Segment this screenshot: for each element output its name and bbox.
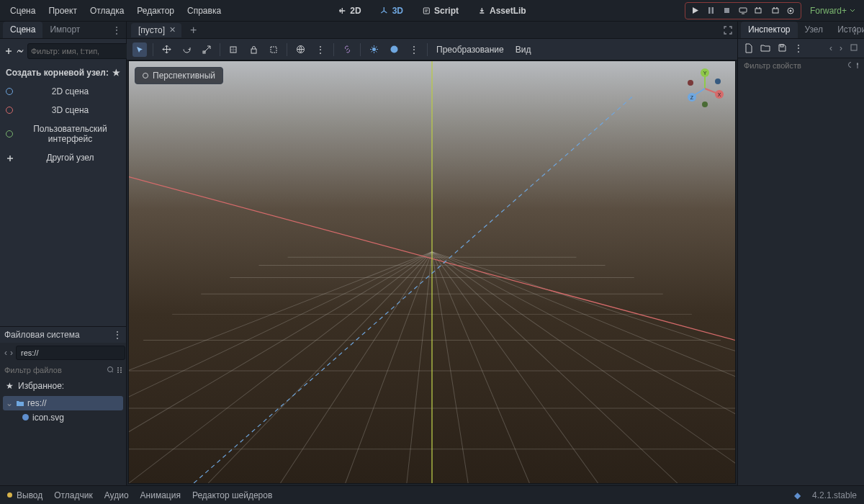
dock-menu-icon[interactable]: ⋮ — [112, 24, 122, 36]
bottom-panel: Вывод Отладчик Аудио Анимация Редактор ш… — [0, 485, 864, 504]
axis-gizmo[interactable]: Y X Z — [685, 68, 725, 109]
lock-selected[interactable] — [246, 42, 261, 57]
renderer-selector[interactable]: Forward+ — [806, 4, 860, 17]
menu-help[interactable]: Справка — [181, 3, 227, 19]
image-file-icon — [22, 413, 30, 421]
link-icon[interactable] — [340, 42, 354, 57]
menu-editor[interactable]: Редактор — [131, 3, 180, 19]
fs-file-icon-svg[interactable]: icon.svg — [3, 410, 123, 425]
sliders-icon[interactable] — [855, 61, 859, 70]
create-2d-scene[interactable]: 2D сцена — [0, 82, 126, 101]
animation-tab[interactable]: Анимация — [140, 490, 181, 500]
instance-scene-button[interactable] — [16, 45, 24, 58]
history-back[interactable]: ‹ — [829, 43, 832, 53]
env-toggle[interactable] — [387, 42, 401, 57]
play-button[interactable] — [688, 4, 703, 17]
svg-point-65 — [849, 63, 851, 68]
close-icon[interactable]: ✕ — [169, 25, 176, 35]
new-resource-icon[interactable] — [744, 43, 753, 53]
sun-env-menu[interactable]: ⋮ — [407, 42, 421, 57]
fs-path-input[interactable] — [16, 346, 125, 360]
snap-options[interactable] — [226, 42, 240, 57]
scale-tool[interactable] — [199, 42, 214, 57]
menu-project[interactable]: Проект — [42, 3, 83, 19]
transform-menu[interactable]: Преобразование — [433, 43, 507, 56]
nav-back-button[interactable]: ‹ — [4, 348, 7, 358]
fs-root-label: res:// — [27, 398, 47, 408]
save-resource-icon[interactable] — [778, 43, 787, 53]
sun-toggle[interactable] — [366, 42, 381, 57]
control-icon — [6, 130, 13, 138]
axes-3d-icon — [380, 6, 389, 15]
filesystem-title: Файловая система — [4, 330, 80, 340]
workspace-script[interactable]: Script — [418, 4, 463, 18]
plus-icon — [6, 154, 13, 161]
tab-node[interactable]: Узел — [798, 22, 831, 38]
favorite-icon[interactable]: ★ — [112, 68, 120, 78]
fs-filter-input[interactable] — [4, 366, 104, 374]
create-ui-scene[interactable]: Пользовательский интерфейс — [0, 120, 126, 148]
inspector-dock-tabs: Инспектор Узел История ⋮ — [738, 22, 864, 39]
audio-tab[interactable]: Аудио — [104, 490, 129, 500]
play-scene-button[interactable] — [752, 4, 766, 17]
run-remote-button[interactable] — [736, 4, 750, 17]
svg-rect-4 — [739, 8, 747, 12]
auto-key-icon[interactable]: ◆ — [794, 490, 801, 500]
viewport-3d[interactable]: Перспективный Y X — [128, 60, 736, 484]
root-heading: Создать корневой узел: — [6, 68, 109, 78]
folder-icon — [16, 400, 24, 407]
load-resource-icon[interactable] — [760, 43, 770, 53]
tab-scene[interactable]: Сцена — [3, 22, 42, 38]
rotate-tool[interactable] — [179, 42, 194, 57]
perspective-badge[interactable]: Перспективный — [135, 67, 223, 84]
menu-debug[interactable]: Отладка — [84, 3, 130, 19]
add-node-button[interactable] — [4, 45, 13, 58]
select-tool[interactable] — [132, 42, 147, 57]
chevron-down-icon: ⌄ — [6, 398, 13, 408]
view-menu[interactable]: Вид — [513, 43, 534, 56]
workspace-2d[interactable]: 2D — [333, 4, 365, 18]
scene-tab-label: [пусто] — [138, 25, 165, 35]
tree-mode-icon[interactable] — [116, 366, 122, 374]
play-custom-scene-button[interactable] — [768, 4, 782, 17]
inspector-menu[interactable]: ⋮ — [794, 43, 803, 53]
move-tool[interactable] — [159, 42, 174, 57]
scene-filter-input[interactable] — [31, 47, 130, 55]
node3d-icon — [6, 107, 13, 114]
scene-tabs: [пусто] ✕ + — [127, 22, 737, 39]
svg-line-26 — [129, 252, 432, 483]
tab-inspector[interactable]: Инспектор — [741, 22, 798, 38]
history-forward[interactable]: › — [840, 43, 842, 53]
node2d-icon — [6, 88, 13, 95]
tab-import[interactable]: Импорт — [42, 22, 87, 38]
dock-menu-icon[interactable]: ⋮ — [113, 330, 122, 340]
create-other-node[interactable]: Другой узел — [0, 148, 126, 167]
fs-root-node[interactable]: ⌄ res:// — [3, 396, 123, 410]
run-bar — [685, 2, 801, 19]
workspace-assetlib[interactable]: AssetLib — [473, 4, 531, 18]
environment-menu[interactable]: ⋮ — [313, 42, 328, 57]
distraction-free-toggle[interactable] — [723, 25, 733, 35]
movie-mode-button[interactable] — [783, 4, 798, 17]
inspector-filter-input[interactable] — [744, 61, 843, 70]
debugger-tab[interactable]: Отладчик — [54, 490, 92, 500]
scene-tab-empty[interactable]: [пусто] ✕ — [131, 23, 181, 37]
environment-toggle[interactable] — [293, 42, 307, 57]
pause-button[interactable] — [704, 4, 719, 17]
version-label: 4.2.1.stable — [812, 490, 857, 500]
dock-menu-icon[interactable]: ⋮ — [850, 24, 860, 36]
shader-editor-tab[interactable]: Редактор шейдеров — [192, 490, 272, 500]
menu-scene[interactable]: Сцена — [4, 3, 41, 19]
create-3d-scene[interactable]: 3D сцена — [0, 101, 126, 120]
script-icon — [422, 6, 431, 15]
add-scene-tab[interactable]: + — [186, 24, 201, 37]
svg-rect-3 — [724, 8, 729, 13]
group-selected[interactable] — [266, 42, 281, 57]
stop-button[interactable] — [720, 4, 734, 17]
svg-point-59 — [715, 78, 721, 84]
output-tab[interactable]: Вывод — [7, 490, 42, 500]
inspector-extra-icon[interactable] — [850, 43, 858, 53]
svg-rect-5 — [755, 9, 761, 13]
workspace-3d[interactable]: 3D — [376, 4, 408, 18]
nav-forward-button[interactable]: › — [10, 348, 13, 358]
